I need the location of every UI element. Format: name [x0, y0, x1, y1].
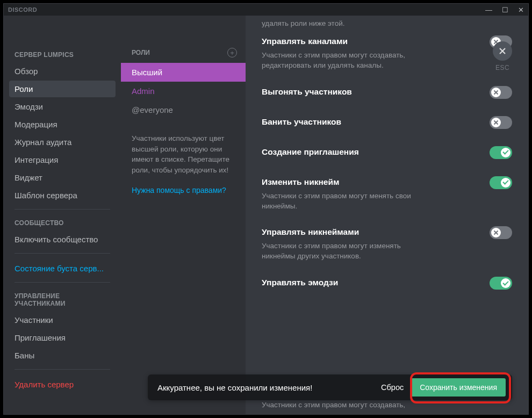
permissions-panel: удалять роли ниже этой. Управлять канала… [246, 16, 528, 414]
sidebar-item-moderation[interactable]: Модерация [9, 116, 116, 133]
roles-header: РОЛИ [132, 49, 150, 56]
window-controls: — ☐ ✕ [485, 6, 524, 13]
save-changes-button[interactable]: Сохранить изменения [411, 378, 506, 397]
add-role-button[interactable]: + [227, 48, 237, 57]
perm-title: Управлять эмодзи [262, 278, 338, 287]
perm-title: Управлять никнеймами [262, 227, 434, 237]
perm-manage-webhooks: Участники с этим правом могут создавать, [262, 401, 496, 409]
role-item-admin[interactable]: Admin [121, 82, 246, 100]
perm-manage-emoji: Управлять эмодзи [262, 278, 512, 292]
sidebar-item-integrations[interactable]: Интеграция [9, 152, 116, 168]
unsaved-warning-text: Аккуратнее, вы не сохранили изменения! [157, 383, 373, 392]
perm-toggle[interactable] [490, 86, 512, 99]
sidebar-header-server: СЕРВЕР LUMPICS [9, 48, 116, 63]
perm-title: Управлять каналами [262, 37, 434, 46]
sidebar-header-community: СООБЩЕСТВО [9, 216, 116, 231]
role-item-highest[interactable]: Высший [121, 63, 246, 82]
sidebar-divider [15, 282, 110, 283]
perm-ban-members: Банить участников [262, 117, 512, 131]
roles-help-text: Участники используют цвет высшей роли, к… [121, 119, 246, 175]
settings-sidebar: СЕРВЕР LUMPICS Обзор Роли Эмодзи Модерац… [4, 16, 121, 414]
esc-label: ESC [495, 64, 509, 71]
maximize-button[interactable]: ☐ [502, 6, 508, 13]
sidebar-item-emoji[interactable]: Эмодзи [9, 98, 116, 115]
sidebar-item-audit-log[interactable]: Журнал аудита [9, 134, 116, 150]
sidebar-item-delete-server[interactable]: Удалить сервер [9, 376, 116, 393]
sidebar-divider [15, 209, 110, 210]
perm-title: Выгонять участников [262, 87, 352, 97]
sidebar-item-members[interactable]: Участники [9, 312, 116, 328]
sidebar-header-user-management: УПРАВЛЕНИЕ УЧАСТНИКАМИ [9, 289, 116, 312]
reset-button[interactable]: Сброс [373, 379, 411, 396]
sidebar-item-boost-status[interactable]: Состояние буста серв... [9, 260, 116, 277]
close-window-button[interactable]: ✕ [518, 6, 524, 13]
sidebar-item-overview[interactable]: Обзор [9, 63, 116, 80]
sidebar-item-enable-community[interactable]: Включить сообщество [9, 231, 116, 248]
app-brand: DISCORD [8, 6, 37, 13]
perm-desc: Участники с этим правом могут менять сво… [262, 191, 434, 212]
sidebar-item-server-template[interactable]: Шаблон сервера [9, 187, 116, 204]
sidebar-item-invites[interactable]: Приглашения [9, 329, 116, 346]
perm-manage-nicknames: Управлять никнеймами Участники с этим пр… [262, 227, 512, 262]
sidebar-item-widget[interactable]: Виджет [9, 169, 116, 186]
sidebar-item-bans[interactable]: Баны [9, 347, 116, 364]
perm-desc: Участники с этим правом могут создавать, [262, 401, 496, 409]
titlebar: DISCORD — ☐ ✕ [4, 4, 528, 16]
sidebar-divider [15, 253, 110, 254]
role-item-everyone[interactable]: @everyone [121, 100, 246, 119]
perm-manage-channels: Управлять каналами Участники с этим прав… [262, 37, 512, 71]
perm-desc-truncated: удалять роли ниже этой. [262, 19, 512, 29]
perm-toggle[interactable] [490, 146, 512, 159]
perm-kick-members: Выгонять участников [262, 87, 512, 101]
perm-desc: Участники с этим правом могут изменять н… [262, 241, 434, 262]
sidebar-item-roles[interactable]: Роли [9, 81, 116, 97]
perm-toggle[interactable] [490, 116, 512, 129]
roles-column: РОЛИ + Высший Admin @everyone Участники … [121, 16, 246, 414]
perm-desc: Участники с этим правом могут создавать,… [262, 51, 434, 71]
unsaved-changes-bar: Аккуратнее, вы не сохранили изменения! С… [148, 374, 512, 400]
perm-title: Изменить никнейм [262, 177, 434, 187]
minimize-button[interactable]: — [485, 6, 492, 13]
app-window: DISCORD — ☐ ✕ СЕРВЕР LUMPICS Обзор Роли … [3, 3, 529, 415]
perm-title: Создание приглашения [262, 147, 359, 157]
close-settings-button[interactable] [493, 41, 512, 61]
perm-toggle[interactable] [490, 176, 512, 189]
esc-close: ESC [493, 41, 512, 71]
perm-create-invite: Создание приглашения [262, 147, 512, 161]
perm-toggle[interactable] [490, 277, 512, 290]
perm-change-nickname: Изменить никнейм Участники с этим правом… [262, 177, 512, 212]
roles-help-link[interactable]: Нужна помощь с правами? [121, 175, 246, 194]
close-icon [498, 47, 507, 55]
sidebar-divider [15, 369, 110, 370]
perm-title: Банить участников [262, 117, 341, 127]
perm-toggle[interactable] [490, 226, 512, 239]
